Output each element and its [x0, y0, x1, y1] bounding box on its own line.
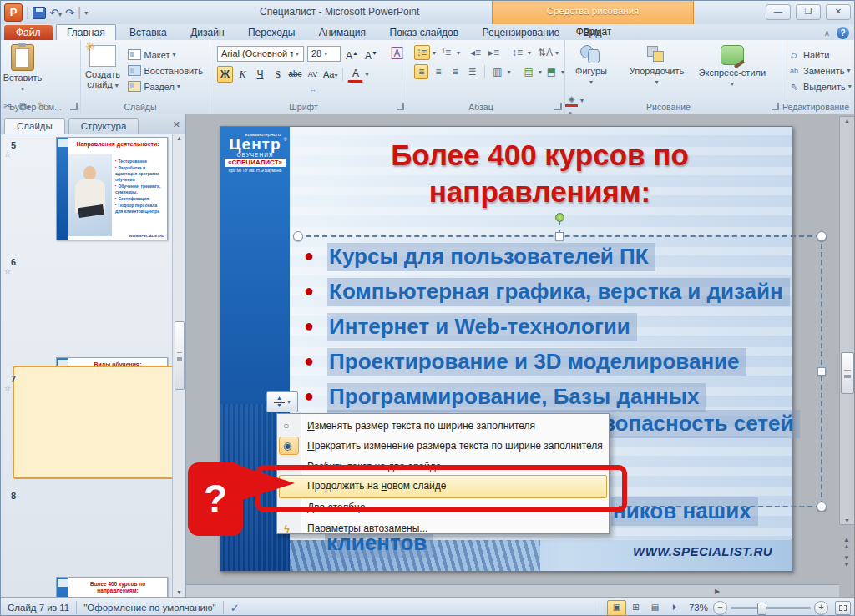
decrease-indent-icon[interactable]: ◂≡ [468, 45, 483, 60]
undo-icon[interactable]: ↶▾ [49, 7, 62, 19]
slide-bullet[interactable]: ●Интернет и Web-технологии [304, 311, 637, 341]
strikethrough-button[interactable]: abc [287, 66, 303, 83]
placeholder-border-bottom[interactable] [619, 506, 821, 507]
resize-handle-top-center[interactable] [555, 232, 564, 240]
autofit-options-button[interactable]: ▲▼ ▾ [266, 391, 298, 412]
powerpoint-app-icon[interactable]: P [4, 3, 23, 22]
zoom-out-button[interactable]: − [713, 601, 727, 615]
scroll-down-icon[interactable]: ▼ [176, 589, 182, 595]
help-icon[interactable]: ? [837, 27, 849, 39]
arrange-button[interactable]: Упорядочить▾ [620, 40, 692, 86]
text-shadow-button[interactable]: S [270, 66, 286, 83]
columns-icon[interactable]: ▥ [490, 64, 504, 79]
shrink-font-icon[interactable]: A▼ [363, 45, 379, 62]
tab-animations[interactable]: Анимация [309, 25, 376, 41]
theme-name[interactable]: "Оформление по умолчанию" [83, 603, 215, 613]
zoom-in-button[interactable]: + [814, 601, 828, 615]
justify-button[interactable]: ≣ [465, 64, 479, 79]
smartart-convert-icon[interactable]: ⬒ [544, 64, 559, 79]
panel-scrollbar[interactable]: ▲ ▼ [172, 134, 185, 597]
collapse-ribbon-icon[interactable]: ∧ [824, 28, 830, 38]
normal-view-button[interactable]: ▣ [607, 600, 626, 616]
slide-5-thumbnail[interactable]: Направления деятельности: Тестирование Р… [56, 137, 168, 240]
tab-slides-thumbnails[interactable]: Слайды [4, 118, 65, 134]
quick-styles-button[interactable]: Экспресс-стили▾ [696, 40, 768, 88]
zoom-slider-thumb[interactable] [757, 603, 766, 615]
font-color-button[interactable]: А [347, 67, 363, 83]
bullets-button[interactable]: ⁝≡ [414, 45, 430, 60]
select-button[interactable]: ⇖Выделить▾ [787, 78, 854, 94]
font-name-combobox[interactable]: Arial (Основной т▾ [217, 46, 304, 62]
bullets-dropdown[interactable]: ▾ [433, 49, 436, 57]
fit-to-window-button[interactable] [835, 601, 851, 615]
change-case-button[interactable]: Aa▾ [322, 66, 338, 83]
align-right-button[interactable]: ≡ [448, 64, 463, 79]
scroll-up-icon[interactable]: ▲ [176, 135, 182, 141]
drawing-dialog-launcher[interactable] [772, 103, 779, 110]
scroll-thumb[interactable] [841, 352, 854, 394]
zoom-slider[interactable] [731, 607, 811, 609]
tab-design[interactable]: Дизайн [180, 25, 234, 41]
character-spacing-button[interactable]: AV↔ [305, 66, 321, 83]
slide-bullet[interactable]: ●Компьютерная графика, верстка и дизайн [304, 276, 790, 305]
resize-handle-top-right[interactable] [817, 231, 827, 241]
bold-button[interactable]: Ж [217, 66, 233, 83]
tab-slideshow[interactable]: Показ слайдов [380, 25, 469, 41]
close-button[interactable]: ✕ [826, 4, 851, 20]
underline-button[interactable]: Ч [252, 66, 268, 83]
slideshow-view-button[interactable]: ⏵ [665, 600, 684, 616]
font-dialog-launcher[interactable] [397, 103, 404, 110]
reading-view-button[interactable]: ▤ [645, 600, 665, 616]
qat-customize-icon[interactable]: ▾ [84, 9, 88, 17]
shapes-button[interactable]: Фигуры▾ [565, 40, 617, 86]
replace-button[interactable]: abЗаменить▾ [787, 63, 854, 78]
menu-item-autofit-off[interactable]: ◉ Прекратить изменение размера текста по… [277, 436, 609, 456]
align-left-button[interactable]: ≡ [414, 64, 428, 79]
redo-icon[interactable]: ↷ [65, 7, 74, 19]
slide-sorter-view-button[interactable]: ⊞ [626, 600, 645, 616]
italic-button[interactable]: К [235, 66, 250, 83]
panel-scroll-thumb[interactable] [175, 321, 185, 390]
layout-button[interactable]: Макет▾ [128, 47, 202, 63]
resize-handle-right-middle[interactable] [817, 367, 826, 376]
font-color-dropdown[interactable]: ▾ [365, 71, 368, 78]
paste-button[interactable]: Вставить▾ [1, 40, 44, 93]
align-center-button[interactable]: ≡ [431, 64, 445, 79]
resize-handle-bottom-right[interactable] [817, 502, 827, 512]
resize-handle-top-left[interactable] [293, 231, 303, 241]
slide-bullet[interactable]: ●Программирование, Базы данных [304, 381, 706, 411]
slide-bullet[interactable]: ●Курсы для пользователей ПК [304, 241, 655, 270]
horizontal-scrollbar[interactable]: ▶ [186, 584, 839, 598]
new-slide-button[interactable]: Создать слайд ▾ [81, 40, 124, 89]
spellcheck-icon[interactable]: ✓ [230, 602, 240, 614]
panel-close-icon[interactable]: ✕ [173, 119, 180, 130]
tab-format[interactable]: Формат [544, 26, 644, 38]
numbering-button[interactable]: ¹≡ [438, 45, 454, 60]
previous-slide-button[interactable]: ▲▲ [839, 536, 854, 551]
save-icon[interactable] [33, 7, 46, 19]
text-direction-icon[interactable]: ⇅A [537, 45, 553, 60]
clipboard-dialog-launcher[interactable] [70, 103, 78, 110]
increase-indent-icon[interactable]: ▸≡ [486, 45, 502, 60]
line-spacing-icon[interactable]: ↕≡ [509, 45, 525, 60]
tab-file[interactable]: Файл [4, 25, 53, 41]
tab-insert[interactable]: Вставка [119, 25, 177, 41]
vertical-scrollbar[interactable]: ▲ ▼ [839, 116, 855, 525]
scroll-down-icon[interactable]: ▼ [844, 518, 850, 523]
tab-home[interactable]: Главная [56, 24, 116, 41]
menu-item-autofit-on[interactable]: ○ Изменять размер текста по ширине запол… [277, 417, 609, 435]
find-button[interactable]: ⌭Найти [787, 47, 854, 63]
scroll-up-icon[interactable]: ▲ [844, 118, 850, 124]
next-slide-button[interactable]: ▼▼ [839, 554, 854, 569]
menu-item-autocorrect-options[interactable]: ϟ Параметры автозамены... [277, 519, 609, 538]
align-text-icon[interactable]: ▤ [521, 64, 535, 79]
minimize-button[interactable]: — [766, 4, 791, 20]
clear-formatting-icon[interactable]: 🄰 [389, 45, 405, 62]
reset-button[interactable]: Восстановить [128, 63, 202, 78]
section-button[interactable]: Раздел▾ [128, 78, 202, 94]
slide-bullet[interactable]: ●Проектирование и 3D моделирование [304, 346, 746, 376]
tab-outline[interactable]: Структура [68, 118, 139, 134]
rotation-handle[interactable] [555, 213, 564, 222]
paragraph-dialog-launcher[interactable] [554, 103, 562, 110]
scroll-right-icon[interactable]: ▶ [715, 588, 720, 595]
